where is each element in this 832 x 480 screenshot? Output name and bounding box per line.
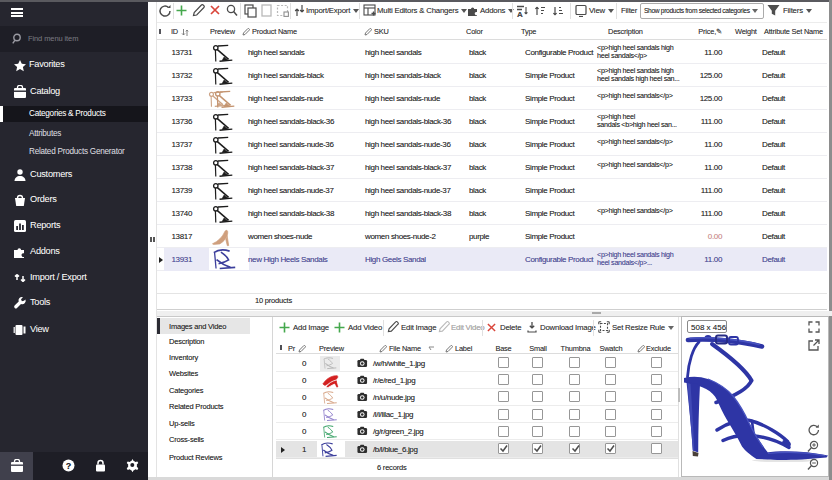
svg-text:A: A — [517, 10, 523, 18]
svg-text:?: ? — [66, 461, 72, 471]
